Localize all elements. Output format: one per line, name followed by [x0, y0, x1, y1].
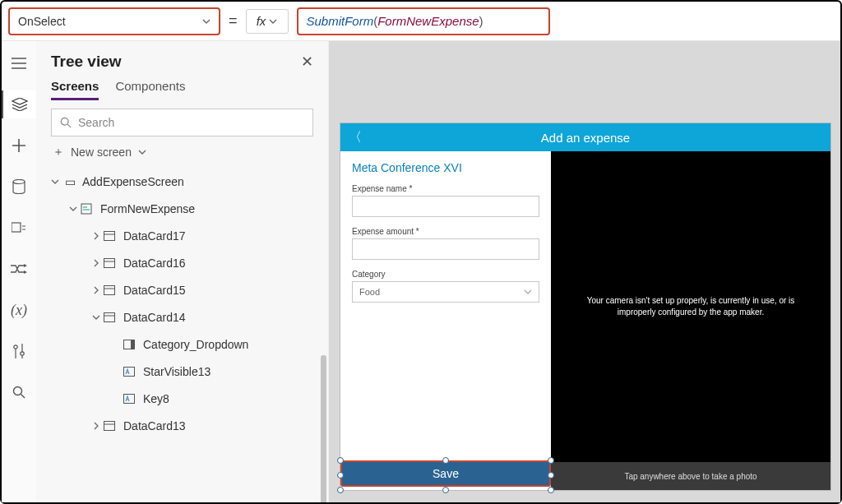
trip-name: Meta Conference XVI [352, 161, 539, 174]
tree-node-label: DataCard15 [123, 284, 186, 297]
svg-rect-7 [104, 231, 115, 240]
label-icon [123, 367, 138, 377]
photo-hint[interactable]: Tap anywhere above to take a photo [551, 462, 830, 490]
chevron-right-icon [92, 232, 104, 240]
label-category: Category [352, 270, 539, 279]
chevron-down-icon [202, 17, 210, 25]
variables-icon[interactable]: (x) [2, 296, 36, 324]
tree-node-datacard[interactable]: DataCard15 [36, 276, 328, 303]
svg-rect-15 [104, 421, 115, 430]
card-icon [104, 421, 118, 431]
tree-node-form[interactable]: FormNewExpense [36, 195, 328, 222]
preview-title: Add an expense [541, 131, 630, 145]
search-rail-icon[interactable] [2, 378, 36, 406]
svg-point-0 [13, 180, 25, 184]
camera-placeholder[interactable]: Your camera isn't set up properly, is cu… [551, 151, 830, 462]
resize-handle[interactable] [337, 487, 344, 493]
search-icon [60, 117, 72, 128]
tools-icon[interactable] [2, 337, 36, 365]
tab-screens[interactable]: Screens [51, 79, 99, 100]
svg-point-2 [14, 345, 17, 349]
chevron-right-icon [92, 422, 104, 430]
select-category[interactable]: Food [352, 281, 539, 303]
svg-rect-12 [131, 340, 134, 349]
new-screen-label: New screen [71, 146, 132, 159]
hamburger-icon[interactable] [2, 49, 36, 77]
media-icon[interactable] [2, 214, 36, 242]
card-icon [104, 312, 118, 322]
flows-icon[interactable] [2, 255, 36, 283]
tree-node-control[interactable]: Key8 [36, 385, 328, 412]
input-expense-amount[interactable] [352, 238, 539, 260]
close-icon[interactable]: ✕ [301, 53, 313, 71]
app-root: OnSelect = fx SubmitForm ( FormNewExpens… [0, 0, 842, 504]
tree-title: Tree view [51, 53, 122, 71]
tree-node-label: DataCard14 [123, 311, 186, 324]
data-icon[interactable] [2, 173, 36, 201]
tree-node-datacard[interactable]: DataCard13 [36, 412, 328, 439]
svg-point-4 [14, 387, 22, 395]
insert-icon[interactable] [2, 132, 36, 160]
new-screen-button[interactable]: ＋ New screen [36, 136, 328, 166]
tree-node-label: AddExpenseScreen [82, 175, 184, 188]
card-icon [104, 258, 118, 268]
tree-node-datacard[interactable]: DataCard16 [36, 249, 328, 276]
dropdown-icon [123, 340, 138, 349]
tree-node-label: Key8 [143, 392, 169, 405]
tab-components[interactable]: Components [115, 79, 185, 100]
preview-header: 〈 Add an expense [340, 123, 830, 151]
svg-rect-1 [12, 223, 21, 232]
tree-node-datacard-expanded[interactable]: DataCard14 [36, 303, 328, 331]
chevron-down-icon [51, 178, 62, 186]
tree-node-label: DataCard17 [123, 229, 186, 243]
svg-point-3 [21, 352, 24, 355]
fx-button[interactable]: fx [246, 9, 289, 34]
tree-node-control[interactable]: Category_Dropdown [36, 331, 328, 358]
property-selector-value: OnSelect [18, 15, 66, 28]
svg-rect-9 [104, 285, 115, 294]
tree-node-label: DataCard16 [123, 257, 186, 270]
label-icon [123, 394, 138, 404]
resize-handle[interactable] [337, 472, 344, 479]
canvas[interactable]: 〈 Add an expense Meta Conference XVI Exp… [329, 41, 840, 502]
resize-handle[interactable] [548, 457, 554, 464]
scrollbar-thumb[interactable] [321, 355, 326, 502]
screen-icon: ▭ [62, 175, 77, 188]
resize-handle[interactable] [548, 472, 554, 479]
tree-node-label: StarVisible13 [143, 365, 210, 378]
app-preview: 〈 Add an expense Meta Conference XVI Exp… [340, 123, 830, 490]
save-button-wrap: Save [340, 462, 551, 490]
resize-handle[interactable] [442, 457, 449, 464]
chevron-down-icon [524, 288, 532, 296]
tree-node-control[interactable]: StarVisible13 [36, 358, 328, 385]
preview-footer: Save Tap anywhere above to take a photo [340, 462, 830, 490]
equals-sign: = [229, 12, 238, 30]
tree-node-label: FormNewExpense [100, 202, 195, 215]
tree-node-screen[interactable]: ▭ AddExpenseScreen [36, 168, 328, 195]
paren-close: ) [479, 14, 483, 28]
tree-node-datacard[interactable]: DataCard17 [36, 222, 328, 249]
tree-view-icon[interactable] [2, 90, 36, 118]
resize-handle[interactable] [337, 457, 344, 464]
formula-input[interactable]: SubmitForm ( FormNewExpense ) [297, 7, 550, 35]
save-button-label: Save [433, 467, 459, 480]
svg-point-5 [61, 118, 68, 125]
resize-handle[interactable] [442, 487, 449, 493]
property-selector[interactable]: OnSelect [8, 7, 220, 35]
tree-tabs: Screens Components [36, 74, 328, 100]
formula-arg: FormNewExpense [377, 14, 479, 28]
save-button[interactable]: Save [340, 460, 551, 487]
tree-search-wrap: Search [36, 100, 328, 136]
label-expense-name: Expense name * [352, 184, 539, 193]
back-icon[interactable]: 〈 [349, 129, 362, 146]
formula-bar: OnSelect = fx SubmitForm ( FormNewExpens… [2, 2, 840, 41]
svg-rect-14 [124, 394, 135, 403]
resize-handle[interactable] [548, 487, 554, 493]
input-expense-name[interactable] [352, 196, 539, 217]
chevron-right-icon [92, 286, 104, 294]
tree-node-label: Category_Dropdown [143, 338, 248, 351]
card-icon [104, 285, 118, 295]
svg-rect-6 [81, 204, 91, 214]
left-rail: (x) [2, 41, 36, 502]
tree-search-input[interactable]: Search [51, 109, 313, 136]
